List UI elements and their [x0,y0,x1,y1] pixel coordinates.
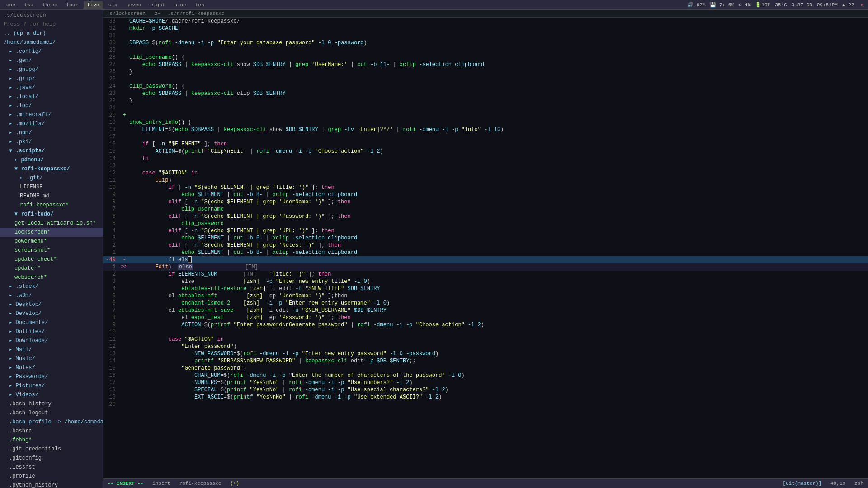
code-line: 12 "Enter password") [103,343,868,350]
sidebar-mozilla[interactable]: ▸ .mozilla/ [0,119,103,128]
code-content[interactable]: 33 CACHE=$HOME/.cache/rofi-keepassxc/ 32… [103,18,868,478]
sidebar-documents[interactable]: ▸ Documents/ [0,318,103,327]
sidebar-get-local-wificard[interactable]: get-local-wificard-ip.sh* [0,219,103,228]
volume-status: 🔊 62% [687,2,705,8]
sidebar-log[interactable]: ▸ .log/ [0,101,103,110]
tab-two[interactable]: two [21,1,37,9]
code-line: 11 case "$ACTION" in [103,336,868,343]
shell-label: zsh [854,481,863,486]
sidebar-java[interactable]: ▸ .java/ [0,83,103,92]
tab-five[interactable]: five [84,1,103,9]
code-line: 9 echo $ELEMENT | cut -b 8- | xclip -sel… [103,191,868,198]
sidebar-profile[interactable]: .profile [0,472,103,481]
sidebar-lesshst[interactable]: .lesshst [0,463,103,472]
code-line: 13 [103,162,868,169]
sidebar-bash-history[interactable]: .bash_history [0,399,103,408]
close-button[interactable]: ✕ [859,2,865,8]
tab-six[interactable]: six [104,1,121,9]
filename-label: rofi-keepassxc [179,481,221,486]
sidebar-bashrc[interactable]: .bashrc [0,427,103,436]
code-line: 2 if ELEMENTS_NUM [TN] 'Title: ')" ]; th… [103,271,868,278]
sidebar-pki[interactable]: ▸ .pki/ [0,137,103,146]
code-line: 10 if [ -n "$(echo $ELEMENT | grep 'Titl… [103,184,868,191]
sidebar-python-history[interactable]: .python_history [0,481,103,488]
sidebar-npm[interactable]: ▸ .npm/ [0,128,103,137]
sidebar-readme[interactable]: README.md [0,192,103,201]
sidebar-music[interactable]: ▸ Music/ [0,354,103,363]
code-line: 32 mkdir -p $CACHE [103,25,868,32]
sidebar-stack[interactable]: ▸ .stack/ [0,282,103,291]
tab-three[interactable]: three [39,1,61,9]
sidebar-pictures[interactable]: ▸ Pictures/ [0,381,103,390]
sidebar-local[interactable]: ▸ .local/ [0,92,103,101]
sidebar-mail[interactable]: ▸ Mail/ [0,345,103,354]
tab-eight[interactable]: eight [146,1,169,9]
code-line: 8 elif [ -n "$(echo $ELEMENT | grep 'Use… [103,198,868,206]
code-line: 30 DBPASS=$(rofi -dmenu -i -p "Enter you… [103,39,868,47]
tab-ten[interactable]: ten [192,1,208,9]
code-editor[interactable]: .s/lockscreen 2+ .s/r/rofi-keepassxc 33 … [103,10,868,488]
tab-four[interactable]: four [63,1,82,9]
sidebar-rofi-keepassxc[interactable]: ▼ rofi-keepassxc/ [0,164,103,174]
cursor-position: 49,10 [830,481,845,486]
sidebar-dotfiles[interactable]: ▸ Dotfiles/ [0,327,103,336]
code-line: 25 [103,75,868,83]
sidebar-videos[interactable]: ▸ Videos/ [0,390,103,399]
sidebar-gitconfig[interactable]: .gitconfig [0,454,103,463]
code-line: 15 "Generate password") [103,365,868,372]
code-line: 20 + [103,112,868,119]
sidebar-downloads[interactable]: ▸ Downloads/ [0,336,103,345]
sidebar-passwords[interactable]: ▸ Passwords/ [0,372,103,381]
sidebar-bash-logout[interactable]: .bash_logout [0,408,103,418]
code-line: 17 [103,133,868,141]
code-line: 4 elif [ -n "$(echo $ELEMENT | grep 'URL… [103,227,868,235]
sidebar-w3m[interactable]: ▸ .w3m/ [0,291,103,300]
sidebar-powermenu[interactable]: powermenu* [0,237,103,246]
mem-status: 3.87 GB [792,2,812,8]
editor-header: .s/lockscreen 2+ .s/r/rofi-keepassxc [103,10,868,18]
code-line: 17 NUMBERS=$(printf "Yes\nNo" | rofi -dm… [103,379,868,386]
sidebar-gnupg[interactable]: ▸ .gnupg/ [0,65,103,74]
sidebar-git-credentials[interactable]: .git-credentials [0,445,103,454]
statusbar: -- INSERT -- insert rofi-keepassxc (+) [… [103,478,868,488]
tab-nine[interactable]: nine [170,1,189,9]
sidebar-websearch[interactable]: websearch* [0,273,103,282]
code-line: 12 case "$ACTION" in [103,169,868,177]
tab-seven[interactable]: seven [123,1,145,9]
sidebar-develop[interactable]: ▸ Develop/ [0,309,103,318]
sidebar-bash-profile[interactable]: .bash_profile -> /home/sameda [0,418,103,427]
system-status: 🔊 62% 💾 7: 6% ⚙ 4% 🔋19% 35°C 3.87 GB 09:… [687,2,865,8]
code-line: 11 Clip) [103,177,868,184]
sidebar-license[interactable]: LICENSE [0,183,103,192]
sidebar-lockscreen[interactable]: lockscreen* [0,228,103,237]
sidebar-home[interactable]: /home/samedamci/ [0,38,103,47]
sidebar-fehbg[interactable]: .fehbg* [0,436,103,445]
line-container: 33 CACHE=$HOME/.cache/rofi-keepassxc/ 32… [103,18,868,478]
sidebar-notes[interactable]: ▸ Notes/ [0,363,103,372]
code-line: 8 el eapol_test [zsh] ep 'Password: ')" … [103,314,868,321]
code-line: 6 elif [ -n "$(echo $ELEMENT | grep 'Pas… [103,213,868,220]
sidebar-gem[interactable]: ▸ .gem/ [0,56,103,65]
sidebar-desktop[interactable]: ▸ Desktop/ [0,300,103,309]
sidebar-grip[interactable]: ▸ .grip/ [0,74,103,83]
sidebar-config[interactable]: ▸ .config/ [0,47,103,56]
code-line: 23 echo $DBPASS | keepassxc-cli clip $DB… [103,90,868,97]
code-line: 10 [103,328,868,336]
code-line: 7 el ebtables-nft-save [zsh] i edit -u "… [103,307,868,314]
sidebar-up-dir[interactable]: .. (up a dir) [0,29,103,38]
sidebar-pdmenu[interactable]: ▸ pdmenu/ [0,155,103,164]
sidebar-minecraft[interactable]: ▸ .minecraft/ [0,110,103,119]
sidebar-screenshot[interactable]: screenshot* [0,246,103,255]
sidebar-updater[interactable]: updater* [0,264,103,273]
tab-one[interactable]: one [3,1,19,9]
code-line: 4 ebtables-nft-restore [zsh] i edit -t "… [103,285,868,292]
sidebar-update-check[interactable]: update-check* [0,255,103,264]
sidebar-hint: Press ? for help [0,20,103,29]
sidebar-rofi-todo[interactable]: ▼ rofi-todo/ [0,210,103,219]
sidebar-scripts[interactable]: ▼ .scripts/ [0,146,103,155]
tab-bar: one two three four five six seven eight … [3,1,208,9]
code-line: 16 if [ -n "$ELEMENT" ]; then [103,141,868,148]
insert-label: insert [152,481,170,486]
sidebar-git[interactable]: ▸ .git/ [0,174,103,183]
sidebar-rofi-keepassxc-exec[interactable]: rofi-keepassxc* [0,201,103,210]
